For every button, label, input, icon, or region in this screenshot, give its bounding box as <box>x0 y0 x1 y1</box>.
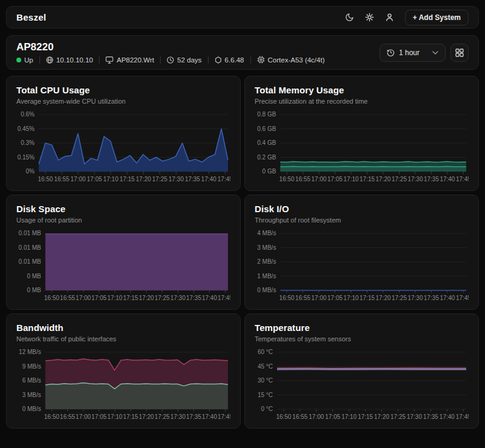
svg-text:4 MB/s: 4 MB/s <box>257 230 276 236</box>
temperature-chart[interactable]: 0 °C15 °C30 °C45 °C60 °C16:5016:5517:001… <box>255 347 469 423</box>
chart-card-disk-space: Disk Space Usage of root partition 0 MB0… <box>6 195 241 310</box>
divider <box>250 56 251 64</box>
add-system-button[interactable]: + Add System <box>405 10 469 25</box>
uptime-label: 52 days <box>177 56 201 64</box>
chart-card-total-memory-usage: Total Memory Usage Precise utilization a… <box>244 76 479 191</box>
app-logo[interactable]: Beszel <box>16 12 46 22</box>
hostname-label: AP8220.Wrt <box>116 56 154 64</box>
svg-text:17:20: 17:20 <box>136 176 151 182</box>
svg-text:17:10: 17:10 <box>344 176 359 182</box>
svg-text:17:05: 17:05 <box>87 176 102 182</box>
svg-text:17:30: 17:30 <box>407 413 422 420</box>
svg-text:17:25: 17:25 <box>155 413 170 420</box>
svg-text:17:20: 17:20 <box>374 413 389 420</box>
svg-text:3 MB/s: 3 MB/s <box>22 392 41 398</box>
time-range-select[interactable]: 1 hour <box>380 44 446 62</box>
svg-text:17:40: 17:40 <box>440 176 455 182</box>
disk-space-chart[interactable]: 0 MB0 MB0.01 MB0.01 MB0.01 MB16:5016:551… <box>16 229 230 304</box>
svg-text:17:30: 17:30 <box>170 413 186 420</box>
svg-text:0.6 GB: 0.6 GB <box>257 125 276 132</box>
agent-version: 6.6.48 <box>215 56 244 64</box>
svg-text:0.3%: 0.3% <box>21 139 35 146</box>
svg-text:16:55: 16:55 <box>60 413 75 420</box>
svg-text:17:40: 17:40 <box>440 413 455 420</box>
ip-label: 10.10.10.10 <box>56 56 93 64</box>
svg-text:17:40: 17:40 <box>202 413 217 420</box>
svg-text:17:20: 17:20 <box>139 295 154 301</box>
system-info: AP8220 Up 10.10.10.10 AP8220.Wrt <box>16 41 324 64</box>
svg-text:6 MB/s: 6 MB/s <box>22 377 41 384</box>
chart-card-bandwidth: Bandwidth Network traffic of public inte… <box>6 313 241 429</box>
svg-text:17:05: 17:05 <box>327 295 343 301</box>
svg-text:17:25: 17:25 <box>155 295 170 301</box>
svg-text:16:50: 16:50 <box>44 413 59 420</box>
svg-text:17:15: 17:15 <box>123 413 138 420</box>
svg-text:17:05: 17:05 <box>325 413 340 420</box>
svg-text:17:10: 17:10 <box>344 295 359 301</box>
system-uptime: 52 days <box>167 56 201 64</box>
svg-text:0.45%: 0.45% <box>18 125 35 132</box>
svg-text:0 GB: 0 GB <box>263 168 276 175</box>
svg-text:17:45: 17:45 <box>218 413 230 420</box>
card-subtitle: Precise utilization at the recorded time <box>255 98 469 105</box>
status-dot-icon <box>16 58 21 62</box>
card-subtitle: Temperatures of system sensors <box>255 335 469 343</box>
svg-text:0%: 0% <box>26 168 35 175</box>
svg-text:17:35: 17:35 <box>186 295 201 301</box>
svg-text:17:05: 17:05 <box>92 295 107 301</box>
divider <box>39 56 40 64</box>
theme-toggle-moon-icon[interactable] <box>345 13 354 22</box>
nav-actions: + Add System <box>345 10 469 25</box>
bandwidth-chart[interactable]: 0 MB/s3 MB/s6 MB/s9 MB/s12 MB/s16:5016:5… <box>16 347 230 423</box>
svg-text:17:15: 17:15 <box>119 176 135 182</box>
card-title: Temperature <box>255 323 469 333</box>
svg-text:17:25: 17:25 <box>392 295 407 301</box>
system-ip: 10.10.10.10 <box>46 56 93 64</box>
svg-text:3 MB/s: 3 MB/s <box>257 244 276 251</box>
svg-text:16:55: 16:55 <box>60 295 75 301</box>
svg-text:16:50: 16:50 <box>44 295 59 301</box>
version-icon <box>215 56 222 64</box>
svg-text:17:35: 17:35 <box>424 176 439 182</box>
time-range-value: 1 hour <box>399 48 420 57</box>
svg-text:16:55: 16:55 <box>54 176 69 182</box>
svg-text:17:40: 17:40 <box>440 295 455 301</box>
svg-text:0.01 MB: 0.01 MB <box>19 258 42 265</box>
chart-card-temperature: Temperature Temperatures of system senso… <box>244 313 479 429</box>
svg-text:0 MB: 0 MB <box>27 287 41 293</box>
svg-text:17:30: 17:30 <box>169 176 184 182</box>
svg-text:17:10: 17:10 <box>341 413 356 420</box>
settings-gear-icon[interactable] <box>365 13 374 22</box>
svg-text:0 MB: 0 MB <box>27 273 41 279</box>
card-title: Disk I/O <box>255 204 469 214</box>
svg-text:17:15: 17:15 <box>360 176 375 182</box>
system-name: AP8220 <box>16 41 324 53</box>
memory-usage-chart[interactable]: 0 GB0.2 GB0.4 GB0.6 GB0.8 GB16:5016:5517… <box>255 110 469 185</box>
svg-text:16:55: 16:55 <box>295 295 310 301</box>
system-summary-card: AP8220 Up 10.10.10.10 AP8220.Wrt <box>6 35 479 70</box>
user-icon[interactable] <box>385 13 394 22</box>
svg-text:16:50: 16:50 <box>38 176 53 182</box>
cpu-usage-chart[interactable]: 0%0.15%0.3%0.45%0.6%16:5016:5517:0017:05… <box>16 110 230 185</box>
status-label: Up <box>24 56 33 64</box>
status-badge: Up <box>16 56 33 64</box>
svg-text:0 MB/s: 0 MB/s <box>257 287 276 293</box>
card-title: Total Memory Usage <box>255 85 469 95</box>
card-title: Disk Space <box>16 204 230 214</box>
chart-layout-grid-button[interactable] <box>450 44 469 62</box>
svg-text:17:45: 17:45 <box>456 413 469 420</box>
svg-text:17:30: 17:30 <box>407 295 423 301</box>
svg-text:17:40: 17:40 <box>201 176 216 182</box>
svg-text:17:00: 17:00 <box>312 176 327 182</box>
disk-io-chart[interactable]: 0 MB/s1 MB/s2 MB/s3 MB/s4 MB/s16:5016:55… <box>255 229 469 304</box>
card-subtitle: Usage of root partition <box>16 216 230 224</box>
svg-text:16:55: 16:55 <box>295 176 310 182</box>
system-meta-row: Up 10.10.10.10 AP8220.Wrt 52 days <box>16 56 324 64</box>
svg-text:0.01 MB: 0.01 MB <box>19 244 42 251</box>
svg-text:16:50: 16:50 <box>279 295 295 301</box>
version-label: 6.6.48 <box>225 56 244 64</box>
svg-text:17:20: 17:20 <box>375 176 390 182</box>
svg-text:0.4 GB: 0.4 GB <box>257 139 276 146</box>
svg-text:30 °C: 30 °C <box>258 377 273 384</box>
svg-text:17:45: 17:45 <box>456 295 469 301</box>
